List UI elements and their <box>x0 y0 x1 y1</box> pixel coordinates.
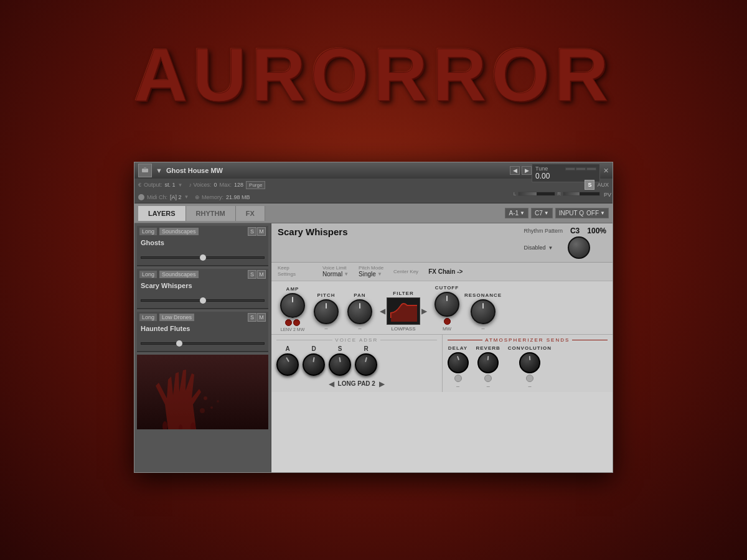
layers-panel: Long Soundscapes S M Ghosts Long Soundsc… <box>134 223 271 472</box>
pitch-dash: – <box>324 325 327 332</box>
delay-dash: – <box>456 383 459 390</box>
resonance-knob[interactable] <box>471 299 496 324</box>
preset-prev-button[interactable]: ◀ <box>329 380 334 388</box>
convolution-knob[interactable] <box>519 352 540 373</box>
rhythm-key: C3 <box>570 226 580 235</box>
resonance-dash: – <box>482 325 485 332</box>
midi-icon <box>138 194 144 200</box>
settings-row: KeepSettings Voice Limit Normal ▼ Pitch … <box>271 263 613 281</box>
solo-btn-1[interactable]: S <box>248 227 256 236</box>
rhythm-pattern-section: Rhythm Pattern C3 100% Disabled ▼ <box>524 226 606 259</box>
purge-button[interactable]: Purge <box>246 181 265 189</box>
layer-name-3: Haunted Flutes <box>137 323 268 334</box>
pitch-knob[interactable] <box>314 299 339 324</box>
blood-hand-art <box>143 355 243 429</box>
adsr-knobs: A D <box>276 345 437 376</box>
cutoff-knob[interactable] <box>435 292 459 317</box>
key-range-end[interactable]: C7 ▼ <box>531 208 553 218</box>
midi-ch: [A] 2 <box>170 194 182 200</box>
preset-bar: ◀ LONG PAD 2 ▶ <box>276 380 437 388</box>
solo-btn-3[interactable]: S <box>248 313 256 322</box>
amp-mod1[interactable] <box>285 319 292 326</box>
next-patch-button[interactable]: ▶ <box>522 166 532 175</box>
svg-point-7 <box>200 408 205 413</box>
prev-patch-button[interactable]: ◀ <box>510 166 520 175</box>
convolution-small-knob[interactable] <box>526 375 533 382</box>
tab-fx[interactable]: FX <box>236 206 265 221</box>
pan-dash: – <box>358 325 361 332</box>
amp-group: AMP LENV 2 MW <box>276 286 309 332</box>
input-q-control[interactable]: INPUT Q OFF ▼ <box>555 208 609 218</box>
layer-category-1: Soundscapes <box>159 228 199 235</box>
bottom-sections: VOICE ADSR A D <box>271 335 613 392</box>
instrument-icon[interactable] <box>138 164 152 177</box>
convolution-label: CONVOLUTION <box>508 345 552 351</box>
delay-knob[interactable] <box>448 352 469 373</box>
filter-display <box>387 297 420 325</box>
patch-bar: Scary Whispers Rhythm Pattern C3 100% Di… <box>271 223 613 263</box>
adsr-d-knob[interactable] <box>303 353 325 376</box>
filter-label: FILTER <box>393 291 413 296</box>
key-range-start[interactable]: A-1 ▼ <box>505 208 528 218</box>
reverb-small-knob[interactable] <box>484 375 492 382</box>
s-button[interactable]: S <box>585 180 594 190</box>
svg-point-2 <box>162 421 167 429</box>
amp-mod2[interactable] <box>293 319 300 326</box>
patch-name: Scary Whispers <box>278 226 348 237</box>
adsr-title: VOICE ADSR <box>276 337 437 343</box>
pan-label: PAN <box>354 292 365 298</box>
convolution-dash: – <box>528 383 531 390</box>
fx-chain-group[interactable]: FX Chain -> <box>428 268 463 275</box>
output-label: Output: <box>144 182 162 188</box>
output-value: st. 1 <box>165 182 176 188</box>
reverb-knob[interactable] <box>477 352 499 373</box>
cutoff-label: CUTOFF <box>435 285 459 291</box>
mute-btn-2[interactable]: M <box>257 270 266 279</box>
right-panel: Scary Whispers Rhythm Pattern C3 100% Di… <box>271 223 613 472</box>
filter-type-label: LOWPASS <box>392 326 416 332</box>
adsr-a-knob[interactable] <box>276 353 299 376</box>
preset-next-button[interactable]: ▶ <box>379 380 385 388</box>
center-key-group: Center Key <box>393 269 418 274</box>
voice-limit-group: Voice Limit Normal ▼ <box>322 265 349 278</box>
voice-limit-dropdown[interactable]: Normal ▼ <box>322 271 349 278</box>
layer-slider-2[interactable] <box>141 299 265 302</box>
main-content: Long Soundscapes S M Ghosts Long Soundsc… <box>134 223 613 472</box>
tab-layers[interactable]: LAYERS <box>138 206 186 221</box>
mute-btn-3[interactable]: M <box>257 313 266 322</box>
tab-rhythm[interactable]: RHYTHM <box>186 206 236 221</box>
amp-knob[interactable] <box>280 293 305 318</box>
filter-next-button[interactable]: ▶ <box>421 307 427 315</box>
app-title: AURORROR <box>134 37 614 112</box>
svg-point-6 <box>210 406 213 409</box>
pitch-mode-dropdown[interactable]: Single ▼ <box>359 271 383 278</box>
svg-point-5 <box>204 396 207 400</box>
close-button[interactable]: ✕ <box>603 167 609 175</box>
mute-btn-1[interactable]: M <box>257 227 266 236</box>
layer-item: Long Soundscapes S M Ghosts <box>137 226 268 266</box>
adsr-s-group: S <box>329 345 351 376</box>
adsr-s-knob[interactable] <box>329 353 351 376</box>
center-key-knob[interactable] <box>568 236 590 259</box>
aux-label: AUX <box>597 182 609 188</box>
layer-type-3: Long <box>139 314 157 321</box>
reverb-dash: – <box>487 383 490 390</box>
cutoff-mod[interactable] <box>444 318 451 325</box>
adsr-r-group: R <box>355 345 377 376</box>
plugin-window: ▼ Ghost House MW ◀ ▶ Tune 0.00 ✕ € Outpu… <box>134 162 613 473</box>
layer-name-2: Scary Whispers <box>137 280 268 291</box>
instrument-name: Ghost House MW <box>166 167 223 174</box>
filter-prev-button[interactable]: ◀ <box>380 307 385 315</box>
adsr-r-knob[interactable] <box>355 353 377 376</box>
adsr-d-label: D <box>311 345 316 352</box>
voices-value: 0 <box>214 182 217 188</box>
delay-small-knob[interactable] <box>454 375 462 382</box>
layer-slider-3[interactable] <box>141 342 265 345</box>
ghost-art <box>137 355 268 429</box>
layer-slider-1[interactable] <box>141 256 265 259</box>
solo-btn-2[interactable]: S <box>248 270 256 279</box>
pan-knob[interactable] <box>347 299 372 324</box>
layer-category-2: Soundscapes <box>159 271 199 278</box>
rhythm-pattern-value: Disabled <box>524 245 545 251</box>
adsr-r-label: R <box>364 345 368 352</box>
